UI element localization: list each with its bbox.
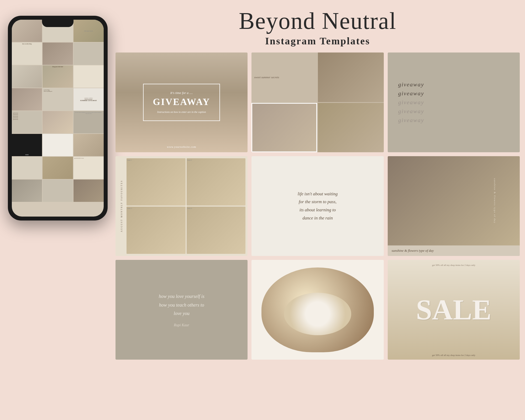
summer-img-3 (318, 103, 384, 153)
template-sunshine-flowers: sunshine & flowers type of day sunshine … (388, 156, 520, 256)
giveaway-line-4: giveaway (398, 108, 424, 115)
phone-grid: life runs fall must haves how on the blo… (12, 20, 104, 217)
phone-cell-1 (12, 20, 42, 42)
phone-cell-20 (43, 157, 73, 179)
phone-screen: life runs fall must haves how on the blo… (12, 20, 104, 217)
phone-cell-12: summer solstice SUMMER GIVEAWAY (74, 88, 104, 111)
item1-label: item 1 (127, 159, 132, 161)
rain-quote-line4: dance in the rain (302, 216, 333, 220)
phone-cell-9 (74, 65, 104, 88)
item3-label: item 3 (127, 207, 132, 209)
august-sidebar: august monthly favourites (118, 158, 125, 254)
phone-cell-5 (43, 43, 73, 65)
phone-cell-3: fall must haves (74, 20, 104, 42)
giveaway-line-3: giveaway (398, 99, 424, 106)
sunshine-image-area: sunshine & flowers type of day (388, 156, 520, 245)
august-img-3: item 3 (127, 207, 186, 254)
coconut-image (261, 267, 374, 352)
love-line2: how you teach others to (159, 302, 204, 308)
template-coconut (251, 260, 384, 360)
giveaway-line-2: giveaway (398, 90, 424, 97)
august-img-2: item 2 (187, 158, 246, 206)
sunshine-img (388, 156, 520, 245)
summer-img-2 (251, 103, 317, 153)
rain-quote: life isn't about waiting for the storm t… (298, 190, 338, 222)
phone-cell-4: how on the blog (12, 43, 42, 65)
love-line3: love you (174, 311, 189, 316)
sale-top-text: get 50% off all my shop items for 2 days… (388, 264, 520, 266)
phone-notch (42, 20, 74, 27)
template-giveaway-text: giveaway giveaway giveaway giveaway give… (388, 52, 520, 152)
august-img-1: item 1 (127, 158, 186, 206)
sale-text: SALE (416, 293, 491, 327)
phone-cell-6 (74, 43, 104, 65)
giveaway-small-text: It's time for a .... (153, 91, 210, 95)
item2-label: item 2 (187, 159, 192, 161)
giveaway-title: GIVEAWAY (153, 96, 210, 107)
giveaway-url: www.yourwebsite.com (167, 145, 196, 148)
rain-quote-line2: for the storm to pass, (299, 199, 337, 204)
phone-cell-14 (43, 111, 73, 133)
phone-cell-10 (12, 88, 42, 111)
templates-grid: It's time for a .... GIVEAWAY Instructio… (116, 52, 520, 360)
title-script: Beyond Neutral (110, 8, 525, 34)
giveaway-desc: Instructions on how to enter are in the … (153, 110, 210, 114)
phone-cell-21: positively life is now (74, 157, 104, 179)
phone-cell-15: life isn't about waiting for the storm t… (74, 111, 104, 133)
giveaway-line-5: giveaway (398, 117, 424, 124)
template-giveaway: It's time for a .... GIVEAWAY Instructio… (116, 52, 248, 152)
phone-cell-7 (12, 65, 42, 88)
template-rain-quote: life isn't about waiting for the storm t… (251, 156, 384, 256)
phone-cell-8: blog post title here (43, 65, 73, 88)
phone-cell-17 (43, 134, 73, 156)
rain-quote-line1: life isn't about waiting (298, 191, 338, 196)
summer-img-1 (318, 52, 384, 102)
sunshine-sidebar-label: sunshine & flowers type of day (494, 178, 496, 224)
phone-cell-11: on the blogwhat everything you (43, 88, 73, 111)
title-area: Beyond Neutral Instagram Templates (110, 8, 525, 47)
title-subtitle: Instagram Templates (110, 35, 525, 47)
love-line1: how you love yourself is (159, 294, 204, 299)
self-love-quote: how you love yourself is how you teach o… (159, 292, 204, 318)
template-sale: get 50% off all my shop items for 2 days… (388, 260, 520, 360)
phone-cell-23 (43, 180, 73, 202)
love-author: Rupi Kaur (174, 323, 189, 327)
summer-label: sweet summer secrets (254, 76, 314, 79)
phone-cell-16: SALE (12, 134, 42, 156)
phone-cell-19 (12, 157, 42, 179)
rain-quote-line3: its about learning to (300, 207, 336, 212)
giveaway-box: It's time for a .... GIVEAWAY Instructio… (143, 84, 220, 121)
template-summer-secrets: sweet summer secrets (251, 52, 384, 152)
august-img-4: item 4 (187, 207, 246, 254)
phone-cell-24 (74, 180, 104, 202)
giveaway-line-1: giveaway (398, 81, 424, 88)
phone-cell-13: giveaway giveaway giveaway giveaway give… (12, 111, 42, 133)
summer-text-block: sweet summer secrets (251, 52, 317, 102)
item4-label: item 4 (187, 207, 192, 209)
sunshine-caption: sunshine & flowers type of day (388, 245, 520, 256)
phone-cell-18 (74, 134, 104, 156)
phone-cell-22 (12, 180, 42, 202)
phone-mockup: life runs fall must haves how on the blo… (8, 16, 108, 220)
sale-bottom-text: get 50% off all my shop items for 2 days… (432, 354, 475, 356)
template-self-love: how you love yourself is how you teach o… (116, 260, 248, 360)
template-august-monthly: august monthly favourites item 1 item 2 … (116, 156, 248, 256)
